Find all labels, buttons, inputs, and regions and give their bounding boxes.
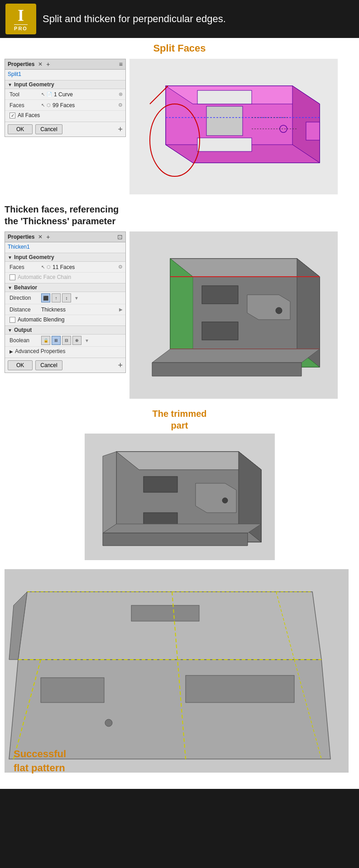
split-ok-button[interactable]: OK <box>8 124 33 134</box>
split-all-faces-row: ✓ All Faces <box>5 111 125 120</box>
thicken-bool-icon-2[interactable]: ⊞ <box>52 336 61 345</box>
thicken-boolean-icons: 🔒 ⊞ ⊟ ⊕ ▼ <box>41 336 123 345</box>
thicken-distance-row: Distance Thickness ▶ <box>5 304 125 315</box>
svg-marker-39 <box>103 452 116 533</box>
split-tool-clear[interactable]: ⊗ <box>119 91 123 97</box>
split-panel-title: Properties <box>8 61 34 67</box>
thicken-section-title: Thicken faces, referencing the 'Thicknes… <box>5 203 140 227</box>
thicken-bool-icon-1[interactable]: 🔒 <box>41 336 50 345</box>
thicken-panel-title: Properties <box>8 234 34 240</box>
svg-rect-44 <box>41 678 104 703</box>
thicken-ok-button[interactable]: OK <box>8 360 33 370</box>
split-faces-value: 99 Faces <box>53 102 75 108</box>
thicken-dir-dropdown[interactable]: ▼ <box>74 296 79 301</box>
svg-marker-38 <box>103 533 248 546</box>
thicken-cancel-button[interactable]: Cancel <box>35 360 62 370</box>
split-panel-menu[interactable]: ≡ <box>119 61 123 68</box>
thicken-faces-value: 11 Faces <box>53 264 75 270</box>
split-all-faces-label: All Faces <box>18 112 40 118</box>
thicken-direction-row: Direction ⬛ ↑ ↕ ▼ <box>5 292 125 304</box>
svg-rect-45 <box>186 675 294 703</box>
svg-rect-5 <box>197 90 252 104</box>
thicken-output-triangle: ▼ <box>8 328 12 333</box>
thicken-properties-panel: Properties ✕ + ⊡ Thicken1 ▼ Input Geomet… <box>5 231 126 373</box>
svg-marker-41 <box>9 660 330 759</box>
split-faces-title: Split Faces <box>5 42 354 54</box>
flat-label-line2: flat pattern <box>14 762 65 774</box>
svg-rect-20 <box>202 322 238 340</box>
thicken-faces-row: Faces ↖ ⬡ 11 Faces ⚙ <box>5 262 125 273</box>
thicken-bool-icon-3[interactable]: ⊟ <box>62 336 71 345</box>
split-input-geometry-header: ▼ Input Geometry <box>5 80 125 89</box>
thicken-direction-label: Direction <box>10 295 41 301</box>
split-3d-model <box>129 59 338 194</box>
thicken-advanced-row[interactable]: ▶ Advanced Properties <box>5 347 125 356</box>
logo-icon: I <box>18 7 24 24</box>
svg-marker-21 <box>247 295 290 320</box>
trimmed-title-line2: part <box>171 420 188 430</box>
flat-label-container: Successful flat pattern <box>5 747 354 784</box>
split-all-faces-checkbox[interactable]: ✓ <box>10 113 15 118</box>
thicken-dir-icon-3[interactable]: ↕ <box>62 293 71 302</box>
trimmed-label: The trimmed part <box>5 408 354 431</box>
split-faces-options-icon[interactable]: ⚙ <box>118 102 123 108</box>
thicken-faces-label: Faces <box>10 264 41 270</box>
thicken-dir-icon-1[interactable]: ⬛ <box>41 293 50 302</box>
thicken-direction-icons: ⬛ ↑ ↕ ▼ <box>41 293 123 302</box>
thicken-bool-icon-4[interactable]: ⊕ <box>72 336 81 345</box>
split-feature-name[interactable]: Split1 <box>5 70 125 79</box>
svg-point-36 <box>222 498 228 503</box>
split-panel-close[interactable]: ✕ <box>38 61 43 67</box>
split-panel-titlebar: Properties ✕ + ≡ <box>5 59 125 70</box>
split-input-triangle: ▼ <box>8 82 12 87</box>
split-faces-row: Faces ↖ ⬡ 99 Faces ⚙ <box>5 100 125 111</box>
thicken-behavior-label: Behavior <box>14 284 37 291</box>
split-panel-plus-end[interactable]: + <box>118 125 123 134</box>
thicken-faces-face-icon: ⬡ <box>47 264 51 269</box>
thicken-advanced-label: Advanced Properties <box>15 348 65 354</box>
svg-rect-14 <box>306 122 320 140</box>
thicken-input-geometry-header: ▼ Input Geometry <box>5 253 125 262</box>
main-content: Split Faces Properties ✕ + ≡ Split1 ▼ In… <box>0 38 359 789</box>
thicken-distance-label: Distance <box>10 307 41 313</box>
thicken-auto-blend-checkbox[interactable] <box>10 317 15 323</box>
thicken-feature-name[interactable]: Thicken1 <box>5 242 125 251</box>
svg-marker-35 <box>196 483 236 513</box>
thicken-boolean-label: Boolean <box>10 337 41 344</box>
thicken-panel-close[interactable]: ✕ <box>38 234 43 240</box>
thicken-distance-expand[interactable]: ▶ <box>119 307 123 312</box>
thicken-panel-add[interactable]: + <box>46 233 50 241</box>
thicken-faces-value-group: ↖ ⬡ 11 Faces ⚙ <box>41 264 123 270</box>
split-tool-row: Tool ↖ 📄 1 Curve ⊗ <box>5 89 125 100</box>
header-title: Split and thicken for perpendicular edge… <box>43 13 226 25</box>
thicken-dir-icon-2[interactable]: ↑ <box>52 293 61 302</box>
thicken-panel-plus-end[interactable]: + <box>118 361 123 370</box>
thicken-advanced-triangle: ▶ <box>10 349 13 354</box>
split-faces-label: Faces <box>10 102 41 108</box>
thicken-auto-face-chain-row: Automatic Face Chain <box>5 273 125 282</box>
split-cancel-button[interactable]: Cancel <box>35 124 62 134</box>
thicken-behavior-header: ▼ Behavior <box>5 283 125 292</box>
svg-rect-33 <box>144 476 177 492</box>
svg-marker-37 <box>103 524 261 533</box>
split-panel-add[interactable]: + <box>46 61 50 68</box>
thicken-bool-dropdown[interactable]: ▼ <box>85 338 89 343</box>
thicken-distance-value-group: Thickness ▶ <box>41 307 123 313</box>
svg-marker-28 <box>152 363 302 376</box>
trimmed-title-line1: The trimmed <box>152 409 206 419</box>
thicken-auto-face-chain-checkbox[interactable] <box>10 274 15 280</box>
split-faces-content: Properties ✕ + ≡ Split1 ▼ Input Geometry… <box>5 59 354 194</box>
svg-rect-6 <box>197 138 252 151</box>
thicken-section: Thicken faces, referencing the 'Thicknes… <box>0 199 359 399</box>
thicken-auto-blend-label: Automatic Blending <box>18 316 64 323</box>
header: I PRO Split and thicken for perpendicula… <box>0 0 359 38</box>
split-tool-doc-icon: 📄 <box>47 92 52 97</box>
svg-rect-47 <box>131 605 199 621</box>
thicken-panel-icon[interactable]: ⊡ <box>117 233 123 241</box>
thicken-faces-options-icon[interactable]: ⚙ <box>118 264 123 270</box>
thicken-content: Properties ✕ + ⊡ Thicken1 ▼ Input Geomet… <box>5 231 354 399</box>
split-tool-selector-icon: ↖ <box>41 92 45 97</box>
thicken-output-header: ▼ Output <box>5 326 125 335</box>
flat-pattern-section: Successful flat pattern <box>0 565 359 789</box>
split-faces-face-icon: ⬡ <box>47 103 51 108</box>
